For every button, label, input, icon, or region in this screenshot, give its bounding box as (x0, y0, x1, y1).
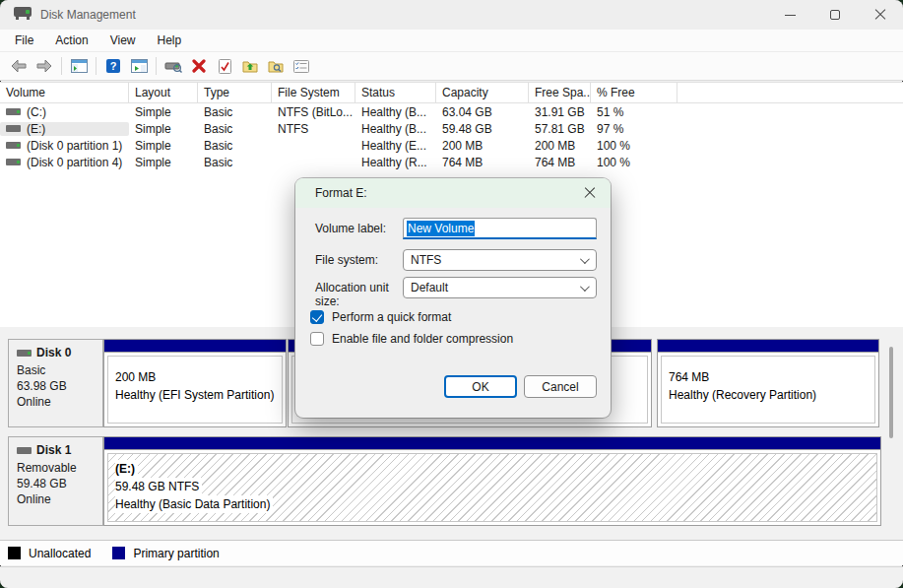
column-header-free-space[interactable]: Free Spa... (529, 83, 591, 102)
cancel-button[interactable]: Cancel (524, 375, 597, 398)
volume-layout: Simple (129, 122, 198, 136)
delete-volume-icon[interactable] (187, 55, 211, 77)
volume-status: Healthy (R... (355, 156, 436, 169)
volume-drive-icon (6, 108, 21, 115)
title-bar: Disk Management (0, 0, 903, 30)
rescan-disks-icon[interactable] (161, 55, 185, 77)
graphical-view-scrollbar[interactable] (889, 347, 893, 438)
toolbar-separator (61, 57, 62, 75)
ok-button[interactable]: OK (444, 375, 517, 398)
file-system-label: File system: (315, 253, 403, 267)
partition-status: Healthy (Recovery Partition) (669, 386, 874, 404)
console-tree-icon[interactable] (67, 55, 91, 77)
column-header-capacity[interactable]: Capacity (436, 83, 529, 102)
open-icon[interactable] (238, 55, 262, 77)
close-button[interactable] (858, 0, 903, 30)
volume-layout: Simple (129, 105, 198, 119)
partition-letter: (E:) (115, 460, 138, 478)
menu-bar: File Action View Help (0, 30, 903, 52)
maximize-button[interactable] (812, 0, 858, 30)
toolbar-separator (96, 57, 97, 75)
unallocated-color-swatch (8, 547, 21, 559)
volume-row-c[interactable]: (C:) Simple Basic NTFS (BitLo... Healthy… (0, 103, 903, 120)
volume-name: (E:) (27, 122, 45, 136)
volume-free-space: 57.81 GB (529, 122, 591, 136)
properties-icon[interactable] (290, 55, 313, 77)
volume-row-e[interactable]: (E:) Simple Basic NTFS Healthy (B... 59.… (0, 120, 903, 137)
allocation-unit-label: Allocation unit size: (315, 281, 403, 308)
file-system-select[interactable]: NTFS (403, 249, 597, 271)
volume-name: (Disk 0 partition 1) (27, 139, 122, 153)
menu-help[interactable]: Help (147, 32, 193, 49)
column-header-status[interactable]: Status (355, 83, 436, 102)
action-pane-icon[interactable] (127, 55, 151, 77)
compression-label: Enable file and folder compression (332, 332, 513, 346)
volume-layout: Simple (129, 156, 198, 169)
volume-capacity: 200 MB (436, 139, 529, 153)
disk-icon (17, 350, 32, 357)
volume-name: (Disk 0 partition 4) (27, 156, 122, 169)
menu-file[interactable]: File (4, 32, 44, 49)
column-header-type[interactable]: Type (198, 83, 272, 102)
allocation-unit-value: Default (411, 281, 448, 294)
column-header-filler (677, 83, 903, 102)
menu-action[interactable]: Action (44, 32, 98, 49)
disk0-partition-efi[interactable]: 200 MB Healthy (EFI System Partition) (103, 339, 287, 427)
minimize-icon (785, 15, 796, 16)
partition-size: 764 MB (669, 368, 874, 386)
disk-icon (17, 447, 32, 454)
volume-file-system: NTFS (272, 122, 355, 136)
quick-format-checkbox[interactable] (310, 310, 324, 324)
column-header-file-system[interactable]: File System (272, 83, 355, 102)
format-dialog: Format E: Volume label: New Volume File … (295, 178, 611, 418)
legend-unallocated-label: Unallocated (29, 547, 91, 560)
back-icon[interactable] (7, 55, 31, 77)
volume-row-partition4[interactable]: (Disk 0 partition 4) Simple Basic Health… (0, 154, 903, 170)
volume-pct-free: 51 % (591, 105, 677, 119)
forward-icon[interactable] (32, 55, 56, 77)
allocation-unit-select[interactable]: Default (403, 277, 597, 298)
volume-drive-icon (6, 142, 21, 149)
dialog-close-icon[interactable] (583, 186, 597, 200)
svg-text:?: ? (110, 60, 117, 72)
help-icon[interactable]: ? (101, 55, 125, 77)
column-header-pct-free[interactable]: % Free (591, 83, 677, 102)
volume-type: Basic (198, 105, 272, 119)
volume-free-space: 31.91 GB (529, 105, 591, 119)
volume-label-input[interactable]: New Volume (403, 218, 597, 239)
compression-checkbox[interactable] (310, 332, 324, 346)
primary-partition-color-swatch (112, 547, 125, 559)
volume-type: Basic (198, 139, 272, 153)
mark-active-icon[interactable] (213, 55, 236, 77)
window-title: Disk Management (40, 8, 136, 22)
quick-format-checkbox-row[interactable]: Perform a quick format (310, 310, 451, 324)
volume-pct-free: 100 % (591, 139, 677, 153)
close-icon (874, 9, 886, 21)
disk0-label-panel[interactable]: Disk 0 Basic 63.98 GB Online (8, 339, 103, 427)
disk-size: 63.98 GB (17, 378, 102, 394)
disk1-label-panel[interactable]: Disk 1 Removable 59.48 GB Online (8, 436, 103, 526)
volume-list-header: Volume Layout Type File System Status Ca… (0, 82, 903, 103)
file-system-value: NTFS (411, 253, 441, 267)
toolbar: ? (0, 52, 903, 81)
volume-pct-free: 100 % (591, 156, 677, 169)
volume-label-selected-text: New Volume (407, 221, 475, 236)
volume-free-space: 200 MB (529, 139, 591, 153)
disk-status: Online (17, 394, 102, 410)
volume-type: Basic (198, 156, 272, 169)
compression-checkbox-row[interactable]: Enable file and folder compression (310, 332, 513, 346)
menu-view[interactable]: View (99, 32, 147, 49)
explore-icon[interactable] (264, 55, 288, 77)
column-header-layout[interactable]: Layout (129, 83, 198, 102)
volume-row-partition1[interactable]: (Disk 0 partition 1) Simple Basic Health… (0, 137, 903, 154)
volume-pct-free: 97 % (591, 122, 677, 136)
disk0-partition-recovery[interactable]: 764 MB Healthy (Recovery Partition) (657, 339, 879, 427)
volume-free-space: 764 MB (529, 156, 591, 169)
disk1-partition-e[interactable]: (E:) 59.48 GB NTFS Healthy (Basic Data P… (103, 436, 881, 526)
partition-status: Healthy (EFI System Partition) (115, 386, 282, 404)
partition-size: 59.48 GB NTFS (115, 478, 202, 495)
column-header-volume[interactable]: Volume (0, 83, 129, 102)
chevron-down-icon (580, 282, 590, 292)
minimize-button[interactable] (767, 0, 812, 30)
volume-capacity: 764 MB (436, 156, 529, 169)
